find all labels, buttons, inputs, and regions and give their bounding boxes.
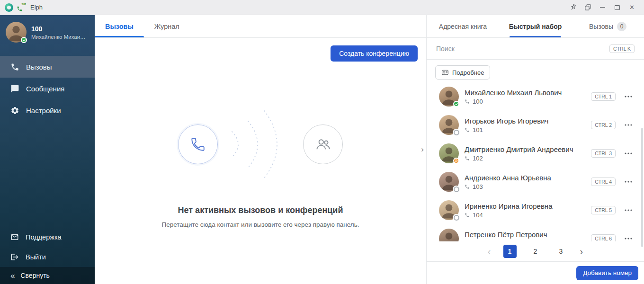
contact-name: Петренко Пётр Петрович	[465, 231, 547, 239]
pagination-page-2[interactable]: 2	[529, 245, 542, 258]
pin-button[interactable]	[566, 0, 581, 15]
maximize-button[interactable]	[610, 0, 625, 15]
contact-more-button[interactable]	[623, 148, 634, 159]
sidebar-item-settings[interactable]: Настройки	[0, 99, 95, 121]
empty-state-title: Нет активных вызовов и конференций	[178, 205, 343, 215]
contact-shortcut-badge: CTRL 1	[591, 92, 616, 101]
details-row: Подробнее	[427, 60, 644, 82]
tab-label: Адресная книга	[439, 23, 487, 30]
contact-number: 104	[473, 212, 483, 219]
tab-calls-panel[interactable]: Вызовы 0	[572, 15, 644, 37]
contact-row[interactable]: Ириненко Ирина Игоревна 104 CTRL 5	[427, 196, 644, 224]
double-chevron-left-icon: «	[10, 272, 15, 280]
sip-status-icon: SIP	[17, 3, 26, 12]
user-profile[interactable]: 100 Михайленко Михаи…	[0, 15, 95, 48]
main-area: Вызовы Журнал Создать конференцию	[95, 15, 426, 284]
gear-icon	[10, 106, 19, 115]
phone-small-icon	[465, 213, 470, 218]
pagination-prev-button[interactable]: ‹	[488, 247, 491, 256]
contact-actions: CTRL 5	[591, 205, 634, 215]
pagination-page-3[interactable]: 3	[555, 245, 568, 258]
id-card-icon	[441, 69, 449, 76]
user-avatar	[6, 22, 27, 43]
status-online-icon	[453, 101, 459, 107]
user-status-online-icon	[21, 37, 27, 43]
phone-small-icon	[465, 127, 470, 133]
contact-row[interactable]: Дмитриенко Дмитрий Андреевич 102 CTRL 3	[427, 139, 644, 168]
contact-more-button[interactable]	[623, 205, 634, 215]
sidebar-item-logout[interactable]: Выйти	[0, 247, 95, 267]
contact-number: 100	[473, 98, 483, 105]
right-panel: Адресная книга Быстрый набор Вызовы 0 CT…	[426, 15, 644, 284]
tab-label: Вызовы	[589, 23, 613, 30]
pagination-page-1[interactable]: 1	[503, 245, 517, 258]
contact-name: Андриенко Анна Юрьевна	[465, 174, 551, 182]
contact-meta: Игорьков Игорь Игоревич 101	[465, 117, 548, 133]
tab-label: Быстрый набор	[509, 23, 562, 30]
sidebar-item-messages[interactable]: Сообщения	[0, 78, 95, 99]
contact-meta: Ириненко Ирина Игоревна 104	[465, 202, 553, 219]
titlebar-left: SIP Elph	[5, 3, 43, 12]
pagination-next-button[interactable]: ›	[580, 247, 583, 256]
contact-meta: Андриенко Анна Юрьевна 103	[465, 174, 551, 190]
main-tabs: Вызовы Журнал	[95, 15, 426, 38]
tab-journal[interactable]: Журнал	[144, 15, 190, 37]
tab-calls[interactable]: Вызовы	[95, 15, 144, 37]
phone-icon	[10, 62, 19, 71]
sidebar-item-calls[interactable]: Вызовы	[0, 56, 95, 78]
tab-label: Журнал	[154, 23, 179, 30]
contact-shortcut-badge: CTRL 6	[591, 234, 616, 241]
minimize-button[interactable]	[595, 0, 610, 15]
collapse-sidebar-button[interactable]: « Свернуть	[0, 267, 95, 284]
contact-meta: Дмитриенко Дмитрий Андреевич 102	[465, 145, 573, 162]
contact-more-button[interactable]	[623, 177, 634, 187]
contact-more-button[interactable]	[623, 91, 634, 102]
contact-shortcut-badge: CTRL 5	[591, 206, 616, 214]
contact-number: 101	[473, 126, 483, 133]
search-input[interactable]	[436, 45, 605, 53]
sidebar-item-support[interactable]: Поддержка	[0, 227, 95, 247]
user-info: 100 Михайленко Михаи…	[31, 25, 86, 40]
sidebar-item-label: Настройки	[26, 106, 61, 115]
sidebar-menu: Вызовы Сообщения Настройки	[0, 56, 95, 121]
content: 100 Михайленко Михаи… Вызовы Сообщения Н…	[0, 15, 644, 284]
panel-footer: Добавить номер	[427, 261, 644, 284]
scrollbar-thumb[interactable]	[641, 128, 643, 247]
sidebar-item-label: Выйти	[26, 253, 46, 261]
status-offline-icon	[454, 130, 459, 135]
more-icon	[625, 96, 632, 98]
contact-meta: Петренко Пётр Петрович 105	[465, 231, 547, 242]
app-logo-icon	[5, 3, 13, 12]
group-icon	[314, 136, 331, 153]
contact-row[interactable]: Михайленко Михаил Львович 100 CTRL 1	[427, 82, 644, 111]
sidebar-item-label: Поддержка	[26, 233, 62, 241]
add-number-button[interactable]: Добавить номер	[576, 266, 638, 280]
tab-label: Вызовы	[105, 23, 134, 30]
contact-more-button[interactable]	[623, 233, 634, 241]
contact-avatar	[439, 200, 459, 220]
tab-address-book[interactable]: Адресная книга	[427, 15, 499, 37]
sidebar: 100 Михайленко Михаи… Вызовы Сообщения Н…	[0, 15, 95, 284]
close-icon: ✕	[629, 4, 635, 10]
contact-row[interactable]: Андриенко Анна Юрьевна 103 CTRL 4	[427, 168, 644, 196]
contact-more-button[interactable]	[623, 120, 634, 130]
contact-number: 102	[473, 155, 483, 162]
tab-speed-dial[interactable]: Быстрый набор	[499, 15, 572, 37]
contact-actions: CTRL 3	[591, 148, 634, 159]
pagination: ‹ 1 2 3 ›	[427, 241, 644, 261]
more-icon	[625, 124, 632, 126]
contact-number-row: 101	[465, 126, 548, 133]
contact-row[interactable]: Игорьков Игорь Игоревич 101 CTRL 2	[427, 111, 644, 139]
details-button[interactable]: Подробнее	[435, 65, 490, 80]
expand-panel-button[interactable]: ›	[419, 144, 426, 155]
status-offline-icon	[454, 186, 459, 192]
contact-number: 103	[473, 183, 483, 190]
close-button[interactable]: ✕	[625, 0, 639, 15]
contact-name: Дмитриенко Дмитрий Андреевич	[465, 145, 573, 153]
phone-small-icon	[465, 184, 470, 189]
call-circle	[178, 124, 218, 164]
contact-row[interactable]: Петренко Пётр Петрович 105 CTRL 6	[427, 224, 644, 241]
overlay-mode-button[interactable]	[581, 0, 595, 15]
mail-icon	[10, 233, 19, 241]
chevron-right-icon: ›	[421, 145, 424, 154]
